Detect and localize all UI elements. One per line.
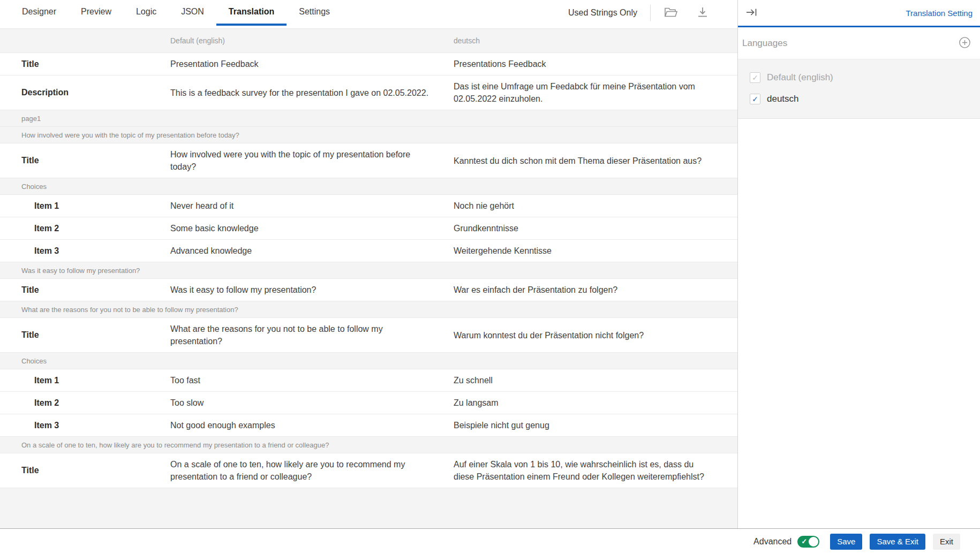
save-and-exit-button[interactable]: Save & Exit [870, 534, 925, 550]
cell-deutsch[interactable]: Zu langsam [454, 392, 737, 414]
cell-default-english[interactable]: On a scale of one to ten, how likely are… [170, 453, 454, 488]
column-header-default-english: Default (english) [170, 36, 454, 45]
cell-default-english[interactable]: Not good enough examples [170, 414, 454, 436]
cell-text: Noch nie gehört [454, 200, 716, 212]
cell-text: Das ist eine Umfrage um Feedabck für mei… [454, 80, 716, 105]
sidebar-title: Translation Setting [906, 9, 973, 18]
table-section-row: On a scale of one to ten, how likely are… [0, 437, 737, 453]
table-row: Item 3Advanced knowledgeWeitergehende Ke… [0, 240, 737, 262]
advanced-label: Advanced [753, 537, 791, 547]
advanced-toggle[interactable]: ✓ [797, 536, 819, 548]
cell-deutsch[interactable]: Noch nie gehört [454, 195, 737, 217]
cell-text: On a scale of one to ten, how likely are… [170, 458, 433, 483]
cell-deutsch[interactable]: Weitergehende Kenntisse [454, 240, 737, 262]
row-label: Title [0, 151, 170, 170]
sidebar-header: Translation Setting [738, 0, 980, 27]
tab-designer[interactable]: Designer [10, 0, 69, 26]
table-empty-filler [0, 488, 737, 528]
cell-default-english[interactable]: This is a feedback survey for the presen… [170, 82, 454, 104]
cell-deutsch[interactable]: Kanntest du dich schon mit dem Thema die… [454, 150, 737, 172]
section-label: page1 [21, 115, 41, 123]
row-label: Title [0, 325, 170, 345]
folder-open-icon [664, 5, 679, 21]
tab-settings[interactable]: Settings [287, 0, 342, 26]
section-label: Choices [21, 357, 47, 365]
cell-text: Was it easy to follow my presentation? [170, 284, 433, 296]
cell-default-english[interactable]: Never heard of it [170, 195, 454, 217]
content-area: Designer Preview Logic JSON Translation … [0, 0, 980, 528]
cell-deutsch[interactable]: Das ist eine Umfrage um Feedabck für mei… [454, 75, 737, 110]
top-tab-bar: Designer Preview Logic JSON Translation … [0, 0, 737, 29]
table-section-row: Choices [0, 353, 737, 369]
row-label: Title [0, 461, 170, 480]
cell-default-english[interactable]: How involved were you with the topic of … [170, 143, 454, 178]
cell-default-english[interactable]: Advanced knowledge [170, 240, 454, 262]
languages-header-label: Languages [742, 38, 787, 49]
toolbar-divider [650, 5, 651, 21]
cell-text: Some basic knowledge [170, 222, 433, 234]
check-icon: ✓ [801, 538, 807, 545]
table-row: Item 2Too slowZu langsam [0, 392, 737, 414]
column-header-deutsch: deutsch [454, 36, 737, 45]
cell-default-english[interactable]: Was it easy to follow my presentation? [170, 279, 454, 301]
import-translation-button[interactable] [664, 5, 679, 21]
translation-table: Default (english) deutsch TitlePresentat… [0, 29, 737, 528]
table-row: Item 1Never heard of itNoch nie gehört [0, 195, 737, 217]
table-row: TitleOn a scale of one to ten, how likel… [0, 453, 737, 488]
cell-default-english[interactable]: Too fast [170, 369, 454, 391]
cell-deutsch[interactable]: Auf einer Skala von 1 bis 10, wie wahrsc… [454, 453, 737, 488]
cell-deutsch[interactable]: Beispiele nicht gut genug [454, 414, 737, 436]
cell-deutsch[interactable]: Zu schnell [454, 369, 737, 391]
main-panel: Designer Preview Logic JSON Translation … [0, 0, 738, 528]
language-item-default-english[interactable]: ✓ Default (english) [750, 67, 980, 88]
tab-preview[interactable]: Preview [69, 0, 124, 26]
cell-text: Kanntest du dich schon mit dem Thema die… [454, 155, 716, 167]
cell-text: Too fast [170, 374, 433, 386]
tab-json[interactable]: JSON [169, 0, 216, 26]
row-label: Item 3 [0, 241, 170, 261]
language-label: Default (english) [767, 72, 833, 83]
cell-default-english[interactable]: Presentation Feedback [170, 53, 454, 75]
cell-deutsch[interactable]: War es einfach der Präsentation zu folge… [454, 279, 737, 301]
table-row: Item 1Too fastZu schnell [0, 369, 737, 392]
cell-deutsch[interactable]: Presentations Feedback [454, 53, 737, 75]
language-item-deutsch[interactable]: ✓ deutsch [750, 88, 980, 110]
exit-button[interactable]: Exit [933, 534, 960, 550]
cell-deutsch[interactable]: Warum konntest du der Präsentation nicht… [454, 324, 737, 346]
section-label: What are the reasons for you not to be a… [21, 306, 238, 314]
cell-text: Warum konntest du der Präsentation nicht… [454, 329, 716, 341]
table-row: Item 3Not good enough examplesBeispiele … [0, 414, 737, 437]
table-section-row: How involved were you with the topic of … [0, 127, 737, 143]
cell-default-english[interactable]: What are the reasons for you not to be a… [170, 318, 454, 352]
save-button[interactable]: Save [830, 534, 862, 550]
tab-logic[interactable]: Logic [124, 0, 169, 26]
cell-text: This is a feedback survey for the presen… [170, 87, 433, 99]
cell-text: Weitergehende Kenntisse [454, 245, 716, 257]
row-label: Item 1 [0, 371, 170, 390]
table-row: TitleWas it easy to follow my presentati… [0, 279, 737, 301]
cell-default-english[interactable]: Too slow [170, 392, 454, 414]
row-label: Item 3 [0, 416, 170, 435]
export-translation-button[interactable] [696, 5, 710, 21]
table-row: DescriptionThis is a feedback survey for… [0, 75, 737, 110]
row-label: Description [0, 83, 170, 102]
cell-default-english[interactable]: Some basic knowledge [170, 217, 454, 239]
add-language-button[interactable] [958, 36, 971, 51]
tab-translation[interactable]: Translation [216, 0, 287, 26]
translation-settings-sidebar: Translation Setting Languages ✓ Default … [738, 0, 980, 528]
checkbox-default-english[interactable]: ✓ [750, 72, 760, 83]
table-row: TitlePresentation FeedbackPresentations … [0, 53, 737, 75]
table-section-row: page1 [0, 110, 737, 127]
cell-text: Advanced knowledge [170, 245, 433, 257]
footer-bar: Advanced ✓ Save Save & Exit Exit [0, 528, 980, 554]
download-icon [696, 5, 710, 21]
cell-deutsch[interactable]: Grundkenntnisse [454, 217, 737, 239]
collapse-right-icon [745, 6, 758, 20]
cell-text: Zu langsam [454, 397, 716, 409]
collapse-sidebar-button[interactable] [745, 6, 758, 20]
checkbox-deutsch[interactable]: ✓ [750, 94, 760, 104]
used-strings-only-option[interactable]: Used Strings Only [568, 8, 637, 18]
table-row: TitleHow involved were you with the topi… [0, 143, 737, 178]
language-label: deutsch [767, 94, 799, 104]
languages-list: ✓ Default (english) ✓ deutsch [738, 59, 980, 119]
